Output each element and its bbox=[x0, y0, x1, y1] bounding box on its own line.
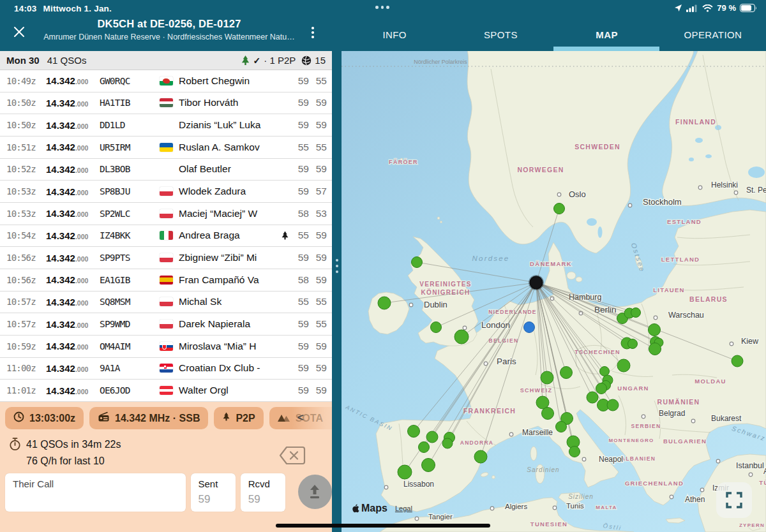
rst-rcvd: 55 bbox=[309, 318, 327, 330]
qso-map-dot[interactable] bbox=[398, 465, 412, 479]
table-row[interactable]: 10:57z14.342.000SP9WMDDarek Napierala595… bbox=[0, 313, 332, 336]
log-submit-button[interactable] bbox=[298, 475, 332, 509]
country-flag-croatia bbox=[160, 364, 173, 373]
home-map-dot[interactable] bbox=[524, 322, 535, 333]
scroll-chevron-icon: < bbox=[297, 411, 304, 424]
svg-text:LITAUEN: LITAUEN bbox=[653, 286, 685, 293]
map-view[interactable]: Nördlicher PolarkreisFÄRÖERNORWEGENSCHWE… bbox=[342, 51, 766, 532]
qso-map-dot[interactable] bbox=[442, 438, 453, 448]
qso-time: 10:59z bbox=[6, 341, 46, 351]
qso-map-dot[interactable] bbox=[631, 308, 641, 318]
app-screen: 14:03Mittwoch 1. Jan. 79 % bbox=[0, 0, 766, 532]
table-row[interactable]: 11:01z14.342.000OE6JODWalter Orgl5959 bbox=[0, 380, 332, 402]
tab-operation[interactable]: OPERATION bbox=[660, 18, 766, 51]
table-row[interactable]: 10:56z14.342.000EA1GIBFran Campañó Va585… bbox=[0, 269, 332, 292]
qso-map-dot[interactable] bbox=[554, 203, 565, 214]
svg-text:Oslo: Oslo bbox=[569, 189, 586, 199]
svg-text:SERBIEN: SERBIEN bbox=[631, 423, 661, 429]
page-subtitle: Amrumer Dünen Nature Reserve · Nordfries… bbox=[29, 33, 310, 41]
kebab-menu-icon[interactable] bbox=[308, 24, 317, 41]
table-row[interactable]: 10:53z14.342.000SP2WLCMaciej “Maciej” W5… bbox=[0, 203, 332, 225]
qso-map-dot[interactable] bbox=[474, 450, 487, 463]
table-row[interactable]: 10:50z14.342.000DD1LDDzianis “Luk” Luka5… bbox=[0, 114, 332, 137]
log-qso-count: 41 QSOs bbox=[47, 55, 87, 66]
rst-sent-input[interactable]: Sent 59 bbox=[191, 473, 236, 512]
panel-resize-handle[interactable] bbox=[332, 51, 342, 532]
europe-map[interactable]: Nördlicher PolarkreisFÄRÖERNORWEGENSCHWE… bbox=[342, 51, 766, 532]
table-row[interactable]: 10:57z14.342.000SQ8MSMMichal Sk5555 bbox=[0, 292, 332, 314]
tab-spots[interactable]: SPOTS bbox=[447, 18, 553, 51]
qso-map-dot[interactable] bbox=[617, 359, 630, 372]
country-flag-slovakia bbox=[160, 342, 173, 351]
multitask-dots-icon[interactable] bbox=[375, 6, 389, 9]
qso-map-dot[interactable] bbox=[649, 324, 661, 336]
table-row[interactable]: 10:52z14.342.000DL3BOBOlaf Beutler5959 bbox=[0, 159, 332, 181]
legal-link[interactable]: Legal bbox=[395, 505, 412, 512]
qso-map-dot[interactable] bbox=[569, 447, 580, 457]
qso-map-dot[interactable] bbox=[732, 355, 743, 367]
log-day: Mon 30 bbox=[6, 55, 40, 66]
qso-map-dot[interactable] bbox=[412, 257, 423, 268]
table-row[interactable]: 10:53z14.342.000SP8BJUWlodek Zadura5957 bbox=[0, 181, 332, 203]
svg-text:TUNESIEN: TUNESIEN bbox=[530, 521, 567, 528]
table-row[interactable]: 11:00z14.342.0009A1ACroatian Dx Club -59… bbox=[0, 358, 332, 380]
tab-info[interactable]: INFO bbox=[342, 18, 447, 51]
log-summary-bar[interactable]: Mon 30 41 QSOs ✓ · 1 P2P 15 bbox=[0, 51, 332, 70]
qso-map-dot[interactable] bbox=[426, 431, 438, 443]
table-row[interactable]: 10:49z14.342.000GW0RQCRobert Chegwin5955 bbox=[0, 70, 332, 92]
qso-map-dot[interactable] bbox=[596, 383, 607, 394]
svg-text:TÜ: TÜ bbox=[759, 479, 766, 486]
station-map-dot[interactable] bbox=[530, 276, 543, 290]
their-call-input[interactable]: Their Call bbox=[5, 473, 186, 512]
qso-callsign: DD1LD bbox=[100, 120, 160, 130]
chip-p2p[interactable]: P2P bbox=[214, 407, 263, 429]
qso-map-dot[interactable] bbox=[419, 442, 430, 453]
chip-13-03-00z[interactable]: 13:03:00z bbox=[5, 407, 84, 429]
country-count: 15 bbox=[315, 55, 326, 66]
location-arrow-icon bbox=[674, 4, 682, 12]
qso-time: 10:49z bbox=[6, 76, 46, 86]
qso-map-dot[interactable] bbox=[378, 297, 391, 309]
table-row[interactable]: 10:51z14.342.000UR5IRMRuslan A. Samkov55… bbox=[0, 137, 332, 159]
qso-map-dot[interactable] bbox=[556, 422, 567, 432]
rst-rcvd-input[interactable]: Rcvd 59 bbox=[241, 473, 285, 512]
qso-operator-name: Maciej “Maciej” W bbox=[179, 208, 278, 219]
fullscreen-button[interactable] bbox=[716, 482, 752, 518]
qso-frequency: 14.342.000 bbox=[46, 230, 100, 241]
svg-text:ESTLAND: ESTLAND bbox=[667, 218, 702, 225]
qso-map-dot[interactable] bbox=[600, 367, 610, 376]
qso-map-dot[interactable] bbox=[422, 459, 435, 472]
qso-map-dot[interactable] bbox=[628, 339, 638, 349]
table-row[interactable]: 10:56z14.342.000SP9PTSZbigniew “Zibi” Mi… bbox=[0, 247, 332, 269]
qso-map-dot[interactable] bbox=[536, 396, 549, 409]
svg-text:Belgrad: Belgrad bbox=[659, 409, 685, 418]
qso-frequency: 14.342.000 bbox=[46, 253, 100, 263]
rst-sent: 59 bbox=[291, 97, 309, 108]
svg-text:Tangier: Tangier bbox=[428, 513, 453, 521]
rst-rcvd: 59 bbox=[309, 97, 327, 108]
chip-sota[interactable]: SOTA< bbox=[269, 407, 332, 429]
qso-callsign: SP2WLC bbox=[100, 209, 160, 219]
qso-map-dot[interactable] bbox=[431, 322, 442, 333]
close-icon[interactable] bbox=[11, 24, 27, 40]
table-row[interactable]: 10:59z14.342.000OM4AIMMiroslava “Mia” H5… bbox=[0, 336, 332, 358]
backspace-button[interactable] bbox=[278, 445, 306, 468]
qso-map-dot[interactable] bbox=[454, 330, 469, 344]
status-time: 14:03 bbox=[14, 4, 37, 13]
p2p-count: · 1 P2P bbox=[264, 55, 296, 66]
qso-map-dot[interactable] bbox=[649, 343, 661, 355]
chip-14-342-mhz-ssb[interactable]: 14.342 MHz · SSB bbox=[89, 407, 208, 429]
home-indicator[interactable] bbox=[276, 524, 490, 528]
qso-map-dot[interactable] bbox=[587, 392, 598, 403]
qso-map-dot[interactable] bbox=[541, 371, 553, 384]
svg-text:Istanbul: Istanbul bbox=[736, 461, 764, 470]
table-row[interactable]: 10:50z14.342.000HA1TIBTibor Horváth5959 bbox=[0, 92, 332, 115]
qso-callsign: UR5IRM bbox=[100, 142, 160, 152]
rst-rcvd: 55 bbox=[309, 142, 327, 153]
table-row[interactable]: 10:54z14.342.000IZ4BKKAndrea Braga5559 bbox=[0, 225, 332, 248]
qso-map-dot[interactable] bbox=[542, 408, 554, 420]
qso-map-dot[interactable] bbox=[560, 367, 573, 379]
qso-map-dot[interactable] bbox=[408, 425, 420, 438]
qso-map-dot[interactable] bbox=[607, 399, 619, 411]
country-flag-poland bbox=[160, 297, 173, 306]
